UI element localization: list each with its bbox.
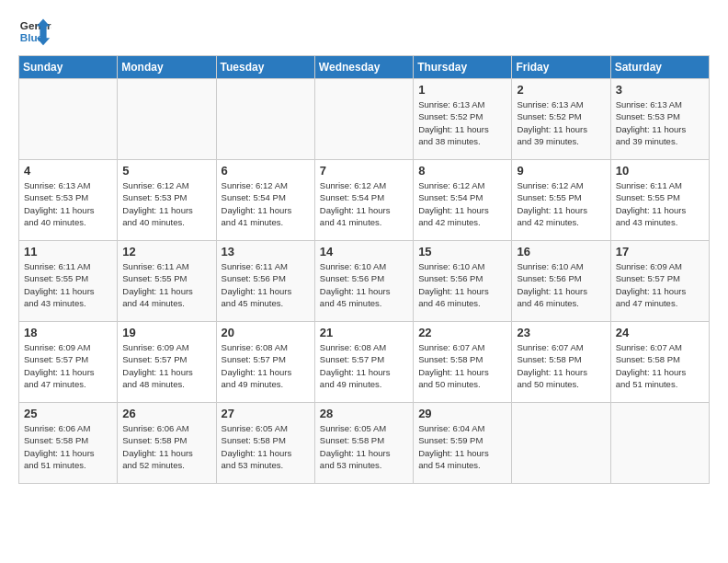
day-header-wednesday: Wednesday bbox=[314, 56, 413, 79]
day-header-thursday: Thursday bbox=[414, 56, 512, 79]
day-header-sunday: Sunday bbox=[19, 56, 118, 79]
day-info: Sunrise: 6:09 AM Sunset: 5:57 PM Dayligh… bbox=[616, 260, 704, 309]
day-info: Sunrise: 6:07 AM Sunset: 5:58 PM Dayligh… bbox=[517, 341, 605, 390]
day-info: Sunrise: 6:11 AM Sunset: 5:56 PM Dayligh… bbox=[222, 260, 310, 309]
day-header-saturday: Saturday bbox=[610, 56, 709, 79]
calendar-cell: 8Sunrise: 6:12 AM Sunset: 5:54 PM Daylig… bbox=[414, 160, 512, 241]
day-info: Sunrise: 6:05 AM Sunset: 5:58 PM Dayligh… bbox=[320, 422, 408, 471]
calendar-cell: 11Sunrise: 6:11 AM Sunset: 5:55 PM Dayli… bbox=[19, 241, 118, 322]
page-header: General Blue bbox=[18, 15, 710, 48]
day-info: Sunrise: 6:13 AM Sunset: 5:52 PM Dayligh… bbox=[418, 98, 506, 147]
calendar-cell: 20Sunrise: 6:08 AM Sunset: 5:57 PM Dayli… bbox=[216, 322, 314, 403]
calendar-cell bbox=[512, 403, 610, 484]
day-number: 2 bbox=[517, 83, 605, 97]
calendar-cell bbox=[610, 403, 709, 484]
day-number: 19 bbox=[122, 326, 210, 339]
calendar-cell: 22Sunrise: 6:07 AM Sunset: 5:58 PM Dayli… bbox=[414, 322, 512, 403]
calendar-cell: 3Sunrise: 6:13 AM Sunset: 5:53 PM Daylig… bbox=[610, 79, 709, 160]
calendar-cell: 23Sunrise: 6:07 AM Sunset: 5:58 PM Dayli… bbox=[512, 322, 610, 403]
day-number: 8 bbox=[418, 164, 506, 178]
day-info: Sunrise: 6:11 AM Sunset: 5:55 PM Dayligh… bbox=[616, 179, 704, 228]
day-number: 27 bbox=[222, 407, 310, 420]
calendar-cell: 5Sunrise: 6:12 AM Sunset: 5:53 PM Daylig… bbox=[118, 160, 216, 241]
day-number: 5 bbox=[122, 164, 210, 178]
day-info: Sunrise: 6:09 AM Sunset: 5:57 PM Dayligh… bbox=[122, 341, 210, 390]
calendar-cell: 15Sunrise: 6:10 AM Sunset: 5:56 PM Dayli… bbox=[414, 241, 512, 322]
calendar-cell bbox=[19, 79, 118, 160]
calendar-cell: 16Sunrise: 6:10 AM Sunset: 5:56 PM Dayli… bbox=[512, 241, 610, 322]
day-number: 23 bbox=[517, 326, 605, 339]
day-info: Sunrise: 6:09 AM Sunset: 5:57 PM Dayligh… bbox=[24, 341, 112, 390]
calendar-week-5: 25Sunrise: 6:06 AM Sunset: 5:58 PM Dayli… bbox=[19, 403, 710, 484]
calendar-cell: 6Sunrise: 6:12 AM Sunset: 5:54 PM Daylig… bbox=[216, 160, 314, 241]
calendar-cell: 12Sunrise: 6:11 AM Sunset: 5:55 PM Dayli… bbox=[118, 241, 216, 322]
calendar-cell: 28Sunrise: 6:05 AM Sunset: 5:58 PM Dayli… bbox=[314, 403, 413, 484]
day-number: 25 bbox=[24, 407, 112, 420]
day-info: Sunrise: 6:11 AM Sunset: 5:55 PM Dayligh… bbox=[24, 260, 112, 309]
day-info: Sunrise: 6:04 AM Sunset: 5:59 PM Dayligh… bbox=[418, 422, 506, 471]
calendar-cell: 1Sunrise: 6:13 AM Sunset: 5:52 PM Daylig… bbox=[414, 79, 512, 160]
day-header-friday: Friday bbox=[512, 56, 610, 79]
day-info: Sunrise: 6:13 AM Sunset: 5:53 PM Dayligh… bbox=[24, 179, 112, 228]
calendar-cell bbox=[314, 79, 413, 160]
day-info: Sunrise: 6:06 AM Sunset: 5:58 PM Dayligh… bbox=[122, 422, 210, 471]
calendar-header-row: SundayMondayTuesdayWednesdayThursdayFrid… bbox=[19, 56, 710, 79]
day-number: 22 bbox=[418, 326, 506, 339]
day-number: 7 bbox=[320, 164, 408, 178]
calendar-cell: 9Sunrise: 6:12 AM Sunset: 5:55 PM Daylig… bbox=[512, 160, 610, 241]
day-number: 20 bbox=[222, 326, 310, 339]
day-info: Sunrise: 6:08 AM Sunset: 5:57 PM Dayligh… bbox=[320, 341, 408, 390]
day-number: 4 bbox=[24, 164, 112, 178]
calendar-cell: 7Sunrise: 6:12 AM Sunset: 5:54 PM Daylig… bbox=[314, 160, 413, 241]
day-number: 14 bbox=[320, 245, 408, 259]
day-info: Sunrise: 6:10 AM Sunset: 5:56 PM Dayligh… bbox=[418, 260, 506, 309]
calendar-cell: 24Sunrise: 6:07 AM Sunset: 5:58 PM Dayli… bbox=[610, 322, 709, 403]
day-number: 21 bbox=[320, 326, 408, 339]
day-number: 16 bbox=[517, 245, 605, 259]
day-number: 6 bbox=[222, 164, 310, 178]
day-number: 15 bbox=[418, 245, 506, 259]
calendar-cell bbox=[118, 79, 216, 160]
logo-icon: General Blue bbox=[18, 15, 51, 48]
logo: General Blue bbox=[18, 15, 51, 48]
day-info: Sunrise: 6:12 AM Sunset: 5:53 PM Dayligh… bbox=[122, 179, 210, 228]
calendar-week-3: 11Sunrise: 6:11 AM Sunset: 5:55 PM Dayli… bbox=[19, 241, 710, 322]
calendar-table: SundayMondayTuesdayWednesdayThursdayFrid… bbox=[18, 55, 710, 484]
day-number: 9 bbox=[517, 164, 605, 178]
calendar-cell: 29Sunrise: 6:04 AM Sunset: 5:59 PM Dayli… bbox=[414, 403, 512, 484]
calendar-cell: 17Sunrise: 6:09 AM Sunset: 5:57 PM Dayli… bbox=[610, 241, 709, 322]
calendar-week-4: 18Sunrise: 6:09 AM Sunset: 5:57 PM Dayli… bbox=[19, 322, 710, 403]
day-info: Sunrise: 6:08 AM Sunset: 5:57 PM Dayligh… bbox=[222, 341, 310, 390]
calendar-week-1: 1Sunrise: 6:13 AM Sunset: 5:52 PM Daylig… bbox=[19, 79, 710, 160]
calendar-cell: 4Sunrise: 6:13 AM Sunset: 5:53 PM Daylig… bbox=[19, 160, 118, 241]
day-info: Sunrise: 6:07 AM Sunset: 5:58 PM Dayligh… bbox=[616, 341, 704, 390]
day-number: 26 bbox=[122, 407, 210, 420]
day-info: Sunrise: 6:10 AM Sunset: 5:56 PM Dayligh… bbox=[320, 260, 408, 309]
day-number: 24 bbox=[616, 326, 704, 339]
calendar-cell: 13Sunrise: 6:11 AM Sunset: 5:56 PM Dayli… bbox=[216, 241, 314, 322]
day-info: Sunrise: 6:07 AM Sunset: 5:58 PM Dayligh… bbox=[418, 341, 506, 390]
day-info: Sunrise: 6:06 AM Sunset: 5:58 PM Dayligh… bbox=[24, 422, 112, 471]
calendar-cell bbox=[216, 79, 314, 160]
day-number: 1 bbox=[418, 83, 506, 97]
day-info: Sunrise: 6:12 AM Sunset: 5:55 PM Dayligh… bbox=[517, 179, 605, 228]
day-info: Sunrise: 6:12 AM Sunset: 5:54 PM Dayligh… bbox=[320, 179, 408, 228]
day-number: 18 bbox=[24, 326, 112, 339]
day-info: Sunrise: 6:12 AM Sunset: 5:54 PM Dayligh… bbox=[418, 179, 506, 228]
calendar-cell: 25Sunrise: 6:06 AM Sunset: 5:58 PM Dayli… bbox=[19, 403, 118, 484]
day-number: 13 bbox=[222, 245, 310, 259]
calendar-cell: 2Sunrise: 6:13 AM Sunset: 5:52 PM Daylig… bbox=[512, 79, 610, 160]
day-header-tuesday: Tuesday bbox=[216, 56, 314, 79]
day-info: Sunrise: 6:13 AM Sunset: 5:52 PM Dayligh… bbox=[517, 98, 605, 147]
calendar-cell: 21Sunrise: 6:08 AM Sunset: 5:57 PM Dayli… bbox=[314, 322, 413, 403]
calendar-cell: 27Sunrise: 6:05 AM Sunset: 5:58 PM Dayli… bbox=[216, 403, 314, 484]
day-info: Sunrise: 6:13 AM Sunset: 5:53 PM Dayligh… bbox=[616, 98, 704, 147]
calendar-cell: 10Sunrise: 6:11 AM Sunset: 5:55 PM Dayli… bbox=[610, 160, 709, 241]
day-header-monday: Monday bbox=[118, 56, 216, 79]
day-number: 28 bbox=[320, 407, 408, 420]
calendar-week-2: 4Sunrise: 6:13 AM Sunset: 5:53 PM Daylig… bbox=[19, 160, 710, 241]
day-info: Sunrise: 6:05 AM Sunset: 5:58 PM Dayligh… bbox=[222, 422, 310, 471]
day-number: 11 bbox=[24, 245, 112, 259]
day-info: Sunrise: 6:10 AM Sunset: 5:56 PM Dayligh… bbox=[517, 260, 605, 309]
calendar-cell: 19Sunrise: 6:09 AM Sunset: 5:57 PM Dayli… bbox=[118, 322, 216, 403]
